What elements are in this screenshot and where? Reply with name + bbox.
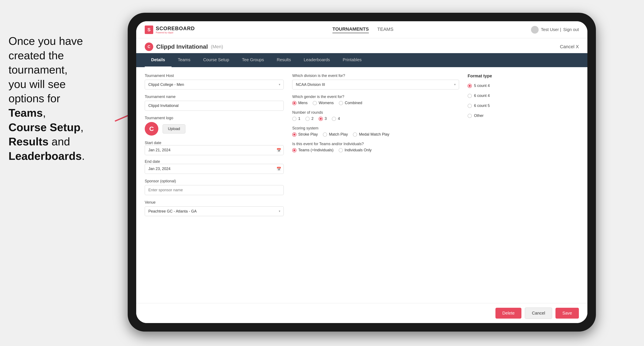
end-date-group: End date 📅 — [145, 160, 284, 174]
end-date-icon: 📅 — [276, 167, 281, 171]
format-other-radio[interactable] — [468, 114, 472, 118]
start-date-group: Start date 📅 — [145, 141, 284, 155]
save-button[interactable]: Save — [556, 308, 579, 319]
tab-details[interactable]: Details — [145, 53, 172, 67]
cancel-button-bottom[interactable]: Cancel — [525, 308, 552, 319]
format-6count4-radio[interactable] — [468, 94, 472, 98]
gender-combined[interactable]: Combined — [339, 101, 362, 105]
scoreboard-logo: SCOREBOARD Powered by clippd — [156, 25, 195, 34]
scoring-match-play[interactable]: Match Play — [323, 132, 348, 137]
tournament-logo-group: Tournament logo C Upload — [145, 116, 284, 136]
delete-button[interactable]: Delete — [496, 308, 522, 319]
format-5count4[interactable]: 5 count 4 — [468, 84, 579, 88]
venue-label: Venue — [145, 200, 284, 205]
tab-results[interactable]: Results — [270, 53, 297, 67]
form-col-left: Tournament Host Clippd College - Men Tou… — [145, 74, 284, 297]
rounds-1-radio[interactable] — [292, 117, 296, 121]
end-date-wrapper: 📅 — [145, 164, 284, 174]
venue-group: Venue Peachtree GC - Atlanta - GA — [145, 200, 284, 216]
rounds-4[interactable]: 4 — [332, 117, 340, 121]
start-date-label: Start date — [145, 141, 161, 145]
rounds-4-radio[interactable] — [332, 117, 336, 121]
venue-select-wrapper: Peachtree GC - Atlanta - GA — [145, 206, 284, 216]
scoring-radio-group: Stroke Play Match Play Medal Match Play — [292, 132, 459, 137]
rounds-2-radio[interactable] — [306, 117, 310, 121]
tournament-host-group: Tournament Host Clippd College - Men — [145, 74, 284, 89]
gender-womens-radio[interactable] — [313, 101, 317, 105]
division-select[interactable]: NCAA Division III — [292, 80, 459, 89]
tab-printables[interactable]: Printables — [336, 53, 368, 67]
tournament-host-label: Tournament Host — [145, 74, 284, 78]
sponsor-group: Sponsor (optional) — [145, 179, 284, 195]
signout-link[interactable]: Sign out — [563, 27, 579, 32]
content-area: C Clippd Invitational (Men) Cancel X Det… — [136, 38, 588, 323]
event-for-group: Is this event for Teams and/or Individua… — [292, 142, 459, 152]
scoring-stroke-play[interactable]: Stroke Play — [292, 132, 318, 137]
gender-mens-radio[interactable] — [292, 101, 296, 105]
event-for-teams[interactable]: Teams (+Individuals) — [292, 148, 334, 152]
event-for-individuals[interactable]: Individuals Only — [338, 148, 372, 152]
upload-button[interactable]: Upload — [162, 124, 185, 134]
start-date-input[interactable] — [145, 145, 284, 155]
start-date-icon: 📅 — [276, 148, 281, 153]
tournament-name: Clippd Invitational — [156, 43, 208, 50]
gender-mens[interactable]: Mens — [292, 101, 308, 105]
tablet-shell: S SCOREBOARD Powered by clippd TOURNAMEN… — [128, 13, 596, 332]
rounds-3[interactable]: 3 — [318, 117, 327, 121]
format-6count5[interactable]: 6 count 5 — [468, 104, 579, 108]
user-icon — [531, 26, 539, 34]
tab-leaderboards[interactable]: Leaderboards — [297, 53, 336, 67]
event-for-teams-radio[interactable] — [292, 148, 296, 152]
rounds-2[interactable]: 2 — [306, 117, 314, 121]
format-6count5-radio[interactable] — [468, 104, 472, 108]
format-type-label: Format type — [468, 74, 579, 78]
nav-links: TOURNAMENTS TEAMS — [332, 26, 394, 33]
gender-radio-group: Mens Womens Combined — [292, 101, 459, 105]
scoring-stroke-radio[interactable] — [292, 132, 296, 137]
scoring-match-radio[interactable] — [323, 132, 327, 137]
format-5count4-radio[interactable] — [468, 84, 472, 88]
scoring-label: Scoring system — [292, 126, 459, 131]
end-date-label: End date — [145, 160, 160, 164]
event-for-individuals-radio[interactable] — [338, 148, 343, 152]
tournament-name-label: Tournament name — [145, 95, 284, 99]
scoring-medal-match[interactable]: Medal Match Play — [353, 132, 389, 137]
gender-womens[interactable]: Womens — [313, 101, 334, 105]
form-col-right: Format type 5 count 4 6 count 4 6 count … — [468, 74, 579, 297]
form-area: Tournament Host Clippd College - Men Tou… — [136, 67, 588, 303]
tab-bar: Details Teams Course Setup Tee Groups Re… — [136, 53, 588, 67]
tab-course-setup[interactable]: Course Setup — [197, 53, 236, 67]
tournament-logo-label: Tournament logo — [145, 116, 284, 120]
nav-teams[interactable]: TEAMS — [377, 26, 394, 33]
logo-icon: S — [145, 25, 153, 34]
division-select-wrapper: NCAA Division III — [292, 80, 459, 89]
gender-label: Which gender is the event for? — [292, 95, 459, 99]
end-date-input[interactable] — [145, 164, 284, 174]
tournament-name-input[interactable] — [145, 101, 284, 111]
rounds-1[interactable]: 1 — [292, 117, 300, 121]
start-date-wrapper: 📅 — [145, 145, 284, 155]
date-group: Start date 📅 End date 📅 — [145, 141, 284, 174]
format-6count4[interactable]: 6 count 4 — [468, 94, 579, 98]
gender-combined-radio[interactable] — [339, 101, 343, 105]
tournament-host-select[interactable]: Clippd College - Men — [145, 80, 284, 89]
format-other[interactable]: Other — [468, 114, 579, 118]
venue-select[interactable]: Peachtree GC - Atlanta - GA — [145, 206, 284, 216]
tab-tee-groups[interactable]: Tee Groups — [236, 53, 270, 67]
nav-tournaments[interactable]: TOURNAMENTS — [332, 26, 369, 33]
tab-teams[interactable]: Teams — [172, 53, 197, 67]
division-group: Which division is the event for? NCAA Di… — [292, 74, 459, 89]
sponsor-label: Sponsor (optional) — [145, 179, 284, 183]
event-for-radio-group: Teams (+Individuals) Individuals Only — [292, 148, 459, 152]
scoring-medal-radio[interactable] — [353, 132, 357, 137]
cancel-button[interactable]: Cancel X — [560, 44, 579, 49]
sponsor-input[interactable] — [145, 185, 284, 195]
rounds-3-radio[interactable] — [318, 117, 323, 121]
logo-preview: C — [145, 122, 158, 136]
bottom-bar: Delete Cancel Save — [136, 303, 588, 323]
gender-group: Which gender is the event for? Mens Wome… — [292, 95, 459, 105]
form-col-mid: Which division is the event for? NCAA Di… — [292, 74, 459, 297]
rounds-radio-group: 1 2 3 4 — [292, 117, 459, 121]
user-area: Test User | Sign out — [531, 26, 579, 34]
back-button[interactable]: C — [145, 42, 153, 51]
